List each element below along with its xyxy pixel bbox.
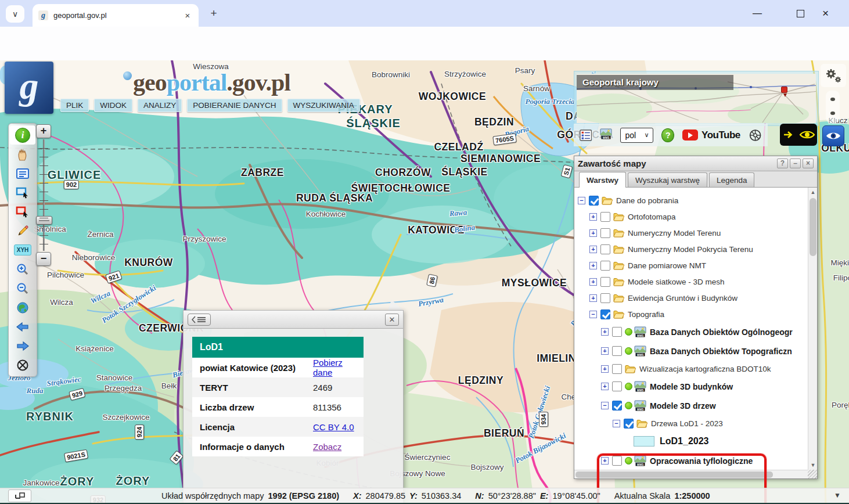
layer-label[interactable]: Numeryczny Model Pokrycia Terenu bbox=[628, 245, 753, 254]
layer-row-modele-3d-budynków[interactable]: +WMSModele 3D budynków bbox=[574, 377, 808, 396]
layer-label[interactable]: Modele 3D budynków bbox=[650, 382, 733, 391]
youtube-button[interactable]: YouTube bbox=[682, 129, 740, 141]
expand-icon[interactable]: + bbox=[601, 328, 609, 336]
layer-checkbox[interactable] bbox=[612, 327, 622, 337]
expand-icon[interactable]: + bbox=[601, 347, 609, 355]
layer-row-lod1-2023[interactable]: LoD1_2023 bbox=[574, 431, 808, 451]
layer-row-baza-danych-obiektów-topograficzn[interactable]: +WMSBaza Danych Obiektów Topograficzn bbox=[574, 341, 808, 361]
identify-tool-button[interactable]: i bbox=[10, 125, 35, 145]
layer-row-ortofotomapa[interactable]: +Ortofotomapa bbox=[574, 208, 808, 225]
expand-icon[interactable]: + bbox=[589, 229, 597, 237]
layer-checkbox[interactable] bbox=[612, 456, 622, 466]
info-link-pobierz-dane[interactable]: Pobierz dane bbox=[313, 358, 364, 377]
accessibility-wheel-icon[interactable] bbox=[749, 128, 762, 143]
contrast-eye-icon[interactable] bbox=[799, 128, 815, 141]
center-extent-button[interactable] bbox=[10, 355, 35, 375]
overview-map[interactable]: Geoportal krajowy bbox=[574, 71, 819, 126]
expand-icon[interactable]: + bbox=[589, 294, 597, 302]
new-tab-button[interactable]: + bbox=[207, 7, 221, 21]
menu-pobieranie-danych[interactable]: POBIERANIE DANYCH bbox=[187, 99, 282, 112]
zoom-out-tool-button[interactable] bbox=[10, 279, 35, 298]
layer-checkbox[interactable] bbox=[600, 228, 610, 238]
collapse-icon[interactable]: − bbox=[613, 420, 620, 427]
layer-label[interactable]: Topografia bbox=[628, 310, 664, 319]
expand-icon[interactable]: + bbox=[601, 457, 609, 465]
expand-icon[interactable]: + bbox=[601, 383, 609, 390]
next-view-button[interactable] bbox=[10, 336, 35, 355]
expand-icon[interactable]: + bbox=[589, 213, 597, 221]
contrast-cursor-icon[interactable] bbox=[782, 128, 795, 141]
expand-icon[interactable]: + bbox=[589, 278, 597, 286]
geoportal-logo-icon[interactable]: g bbox=[5, 62, 53, 114]
window-maximize-button[interactable] bbox=[787, 0, 813, 27]
map-composition-icon[interactable] bbox=[580, 129, 592, 142]
layer-checkbox[interactable] bbox=[600, 244, 610, 254]
panel-close-button[interactable]: × bbox=[803, 159, 814, 168]
popup-close-button[interactable]: ✕ bbox=[385, 314, 399, 326]
layer-row-dane-pomiarowe-nmt[interactable]: +Dane pomiarowe NMT bbox=[574, 257, 808, 273]
layer-label[interactable]: Modele 3D drzew bbox=[650, 401, 716, 411]
layer-row-numeryczny-model-terenu[interactable]: +Numeryczny Model Terenu bbox=[574, 225, 808, 241]
layer-label[interactable]: Baza Danych Obiektów Ogólnogeogr bbox=[650, 327, 793, 337]
layer-checkbox[interactable] bbox=[600, 212, 610, 222]
layer-checkbox[interactable] bbox=[600, 261, 610, 271]
info-link-cc-by-4-0[interactable]: CC BY 4.0 bbox=[313, 422, 354, 432]
layer-row-wizualizacja-kartograficzna-bdot10k[interactable]: +Wizualizacja kartograficzna BDOT10k bbox=[574, 361, 808, 377]
scale-widget-button[interactable] bbox=[8, 489, 31, 502]
layer-row-opracowania-tyflologiczne[interactable]: +WMSOpracowania tyflologiczne bbox=[574, 451, 808, 470]
layer-checkbox[interactable] bbox=[600, 309, 610, 319]
zoom-out-button[interactable]: − bbox=[36, 252, 51, 266]
layer-row-topografia[interactable]: −Topografia bbox=[574, 306, 808, 322]
tab-search-chevron-icon[interactable]: ∨ bbox=[6, 5, 24, 23]
layer-checkbox[interactable] bbox=[612, 401, 622, 411]
panel-vertical-scrollbar[interactable]: ▲ ▼ bbox=[808, 188, 817, 470]
layer-label[interactable]: Dane pomiarowe NMT bbox=[628, 261, 706, 270]
scroll-up-icon[interactable]: ▲ bbox=[808, 188, 818, 197]
coordinates-tool-button[interactable]: XYH bbox=[10, 240, 35, 260]
layer-row-numeryczny-model-pokrycia-terenu[interactable]: +Numeryczny Model Pokrycia Terenu bbox=[574, 241, 808, 257]
language-select[interactable]: pol ∨ bbox=[620, 128, 653, 143]
layer-label[interactable]: Numeryczny Model Terenu bbox=[628, 229, 721, 237]
layer-checkbox[interactable] bbox=[612, 364, 622, 374]
measure-tool-button[interactable] bbox=[10, 221, 35, 240]
layer-row-modele-3d-drzew[interactable]: −WMSModele 3D drzew bbox=[574, 396, 808, 415]
panel-minimize-button[interactable]: – bbox=[790, 159, 801, 168]
panel-horizontal-scrollbar[interactable] bbox=[574, 470, 808, 478]
info-link-zobacz[interactable]: Zobacz bbox=[313, 442, 341, 452]
zoom-in-button[interactable]: + bbox=[36, 124, 51, 138]
layer-checkbox[interactable] bbox=[600, 293, 610, 303]
menu-analizy[interactable]: ANALIZY bbox=[138, 99, 182, 112]
panel-help-button[interactable]: ? bbox=[777, 159, 788, 168]
layer-label[interactable]: Modele siatkowe - 3D mesh bbox=[628, 278, 725, 286]
collapse-icon[interactable]: − bbox=[601, 402, 609, 409]
pan-tool-button[interactable] bbox=[10, 145, 35, 164]
window-close-button[interactable]: × bbox=[822, 0, 848, 27]
tab-legenda[interactable]: Legenda bbox=[709, 172, 755, 187]
expand-icon[interactable]: + bbox=[601, 365, 609, 373]
previous-view-button[interactable] bbox=[10, 317, 35, 336]
layer-row-modele-siatkowe-3d-mesh[interactable]: +Modele siatkowe - 3D mesh bbox=[574, 273, 808, 290]
collapse-icon[interactable]: − bbox=[578, 197, 585, 204]
results-table-button[interactable] bbox=[10, 164, 35, 183]
menu-widok[interactable]: WIDOK bbox=[94, 99, 132, 112]
layer-row-drzewa-lod1-2023[interactable]: −Drzewa LoD1 - 2023 bbox=[574, 415, 808, 431]
layer-label[interactable]: Ortofotomapa bbox=[628, 213, 676, 221]
scale-dropdown-icon[interactable]: ▼ bbox=[834, 491, 841, 499]
layer-checkbox[interactable] bbox=[612, 381, 622, 391]
layer-checkbox[interactable] bbox=[589, 196, 599, 206]
expand-icon[interactable]: + bbox=[589, 262, 597, 269]
collapse-icon[interactable]: − bbox=[589, 311, 597, 318]
map-settings-button[interactable] bbox=[821, 64, 846, 87]
layer-row-dane-do-pobrania[interactable]: −Dane do pobrania bbox=[574, 192, 808, 208]
layer-checkbox[interactable] bbox=[624, 419, 634, 429]
layer-label[interactable]: Drzewa LoD1 - 2023 bbox=[651, 419, 723, 428]
layer-row-ewidencja-gruntów-i-budynków[interactable]: +Ewidencja Gruntów i Budynków bbox=[574, 290, 808, 306]
vertical-scroll-thumb[interactable] bbox=[810, 198, 816, 256]
select-rectangle-button[interactable] bbox=[10, 183, 35, 202]
collapsed-controls[interactable] bbox=[826, 91, 840, 123]
layer-checkbox[interactable] bbox=[612, 346, 622, 356]
scroll-down-icon[interactable]: ▼ bbox=[808, 460, 818, 470]
help-button[interactable]: ? bbox=[661, 128, 674, 142]
expand-icon[interactable]: + bbox=[589, 246, 597, 253]
zoom-slider-track[interactable] bbox=[37, 139, 51, 251]
